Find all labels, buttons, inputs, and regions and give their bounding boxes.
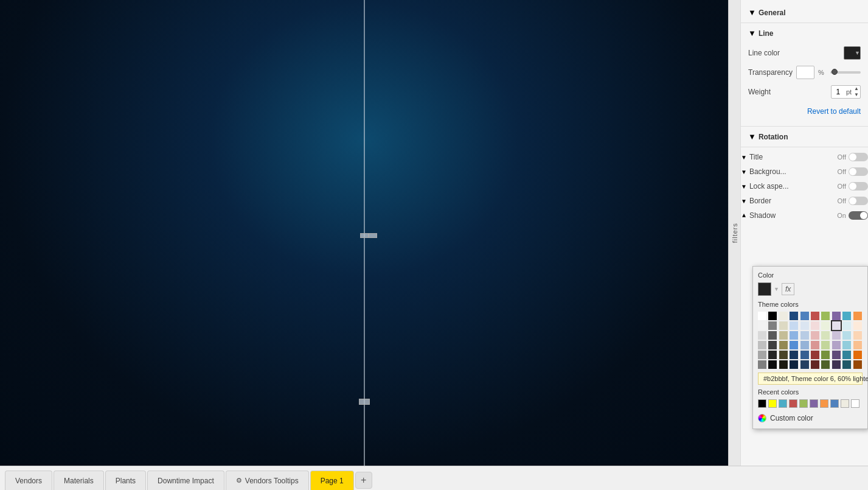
- section-line[interactable]: ▼ Line: [741, 26, 868, 41]
- title-toggle-switch[interactable]: Off: [838, 153, 868, 161]
- theme-color-cell-39[interactable]: [853, 341, 862, 349]
- theme-color-cell-17[interactable]: [832, 321, 841, 330]
- theme-color-cell-21[interactable]: [768, 331, 777, 340]
- theme-color-cell-27[interactable]: [832, 331, 841, 340]
- border-toggle-track[interactable]: [849, 197, 868, 205]
- theme-color-cell-53[interactable]: [790, 360, 798, 369]
- handle-bottom[interactable]: [359, 399, 370, 405]
- theme-color-cell-14[interactable]: [800, 321, 809, 330]
- theme-color-cell-48[interactable]: [842, 351, 851, 359]
- theme-color-cell-36[interactable]: [821, 341, 830, 349]
- theme-color-cell-19[interactable]: [853, 321, 862, 330]
- theme-color-cell-3[interactable]: [790, 312, 798, 320]
- theme-color-cell-1[interactable]: [768, 312, 777, 320]
- theme-color-cell-12[interactable]: [779, 321, 788, 330]
- theme-color-cell-55[interactable]: [811, 360, 819, 369]
- theme-color-cell-32[interactable]: [779, 341, 788, 349]
- lock-aspect-toggle-track[interactable]: [849, 182, 868, 191]
- tab-vendors-tooltips[interactable]: ⚙ Vendors Tooltips: [226, 471, 309, 490]
- theme-color-cell-58[interactable]: [842, 360, 851, 369]
- line-color-button[interactable]: ▼: [844, 46, 861, 60]
- theme-color-cell-0[interactable]: [758, 312, 766, 320]
- theme-color-cell-34[interactable]: [800, 341, 809, 349]
- color-picker-swatch-wrapper[interactable]: ▼: [758, 282, 779, 296]
- background-toggle-track[interactable]: [849, 167, 868, 176]
- theme-color-cell-31[interactable]: [768, 341, 777, 349]
- weight-input[interactable]: [832, 88, 845, 96]
- theme-color-cell-22[interactable]: [779, 331, 788, 340]
- fx-button[interactable]: fx: [782, 283, 794, 295]
- theme-color-cell-43[interactable]: [790, 351, 798, 359]
- theme-color-cell-45[interactable]: [811, 351, 819, 359]
- tab-page1[interactable]: Page 1: [310, 471, 354, 490]
- theme-color-cell-26[interactable]: [821, 331, 830, 340]
- background-toggle-switch[interactable]: Off: [838, 167, 868, 176]
- recent-color-cell-4[interactable]: [799, 399, 808, 408]
- lock-aspect-toggle-switch[interactable]: Off: [838, 182, 868, 191]
- theme-color-cell-54[interactable]: [800, 360, 809, 369]
- recent-color-cell-1[interactable]: [768, 399, 777, 408]
- shadow-toggle-track[interactable]: [849, 211, 868, 220]
- recent-color-cell-0[interactable]: [758, 399, 766, 408]
- section-rotation[interactable]: ▼ Rotation: [741, 129, 868, 144]
- transparency-slider[interactable]: [830, 71, 861, 74]
- handle-mid-right[interactable]: [369, 233, 377, 238]
- tab-add-button[interactable]: +: [355, 472, 372, 489]
- tab-plants[interactable]: Plants: [105, 471, 146, 490]
- theme-color-cell-30[interactable]: [758, 341, 766, 349]
- theme-color-cell-13[interactable]: [790, 321, 798, 330]
- recent-color-cell-7[interactable]: [830, 399, 839, 408]
- theme-color-cell-20[interactable]: [758, 331, 766, 340]
- revert-to-default-button[interactable]: Revert to default: [748, 105, 861, 118]
- recent-color-cell-8[interactable]: [841, 399, 849, 408]
- color-picker-swatch[interactable]: [758, 282, 771, 296]
- theme-color-cell-29[interactable]: [853, 331, 862, 340]
- canvas-area[interactable]: [0, 0, 728, 466]
- transparency-input[interactable]: 0: [796, 66, 814, 79]
- theme-color-cell-15[interactable]: [811, 321, 819, 330]
- tab-downtime-impact[interactable]: Downtime Impact: [147, 471, 224, 490]
- theme-color-cell-40[interactable]: [758, 351, 766, 359]
- handle-mid-left[interactable]: [360, 233, 369, 238]
- recent-color-cell-3[interactable]: [789, 399, 797, 408]
- theme-color-cell-47[interactable]: [832, 351, 841, 359]
- weight-increment-btn[interactable]: ▲: [853, 86, 860, 92]
- line-color-control[interactable]: ▼: [844, 46, 861, 60]
- border-toggle-switch[interactable]: Off: [838, 197, 868, 205]
- theme-color-cell-5[interactable]: [811, 312, 819, 320]
- border-toggle-label-group[interactable]: ▼ Border: [741, 197, 771, 205]
- section-general[interactable]: ▼ General: [741, 5, 868, 20]
- theme-color-cell-41[interactable]: [768, 351, 777, 359]
- tab-materials[interactable]: Materials: [54, 471, 104, 490]
- theme-color-cell-57[interactable]: [832, 360, 841, 369]
- weight-spinner[interactable]: pt ▲ ▼: [831, 85, 861, 99]
- canvas-line-element[interactable]: [340, 0, 389, 466]
- title-toggle-label-group[interactable]: ▼ Title: [741, 153, 763, 161]
- theme-color-cell-51[interactable]: [768, 360, 777, 369]
- theme-color-cell-49[interactable]: [853, 351, 862, 359]
- recent-color-cell-9[interactable]: [851, 399, 859, 408]
- theme-color-cell-52[interactable]: [779, 360, 788, 369]
- background-toggle-label-group[interactable]: ▼ Backgrou...: [741, 167, 786, 176]
- theme-color-cell-35[interactable]: [811, 341, 819, 349]
- tab-vendors[interactable]: Vendors: [5, 471, 52, 490]
- theme-color-cell-56[interactable]: [821, 360, 830, 369]
- lock-aspect-label-group[interactable]: ▼ Lock aspe...: [741, 182, 789, 191]
- theme-color-cell-46[interactable]: [821, 351, 830, 359]
- recent-color-cell-2[interactable]: [779, 399, 787, 408]
- theme-color-cell-11[interactable]: [768, 321, 777, 330]
- theme-color-cell-38[interactable]: [842, 341, 851, 349]
- theme-color-cell-16[interactable]: [821, 321, 830, 330]
- theme-color-cell-33[interactable]: [790, 341, 798, 349]
- theme-color-cell-59[interactable]: [853, 360, 862, 369]
- theme-color-cell-10[interactable]: [758, 321, 766, 330]
- recent-color-cell-5[interactable]: [810, 399, 818, 408]
- theme-color-cell-8[interactable]: [842, 312, 851, 320]
- theme-color-cell-50[interactable]: [758, 360, 766, 369]
- theme-color-cell-37[interactable]: [832, 341, 841, 349]
- theme-color-cell-18[interactable]: [842, 321, 851, 330]
- recent-color-cell-6[interactable]: [820, 399, 828, 408]
- shadow-toggle-label-group[interactable]: ▼ Shadow: [741, 211, 776, 220]
- theme-color-cell-7[interactable]: [832, 312, 841, 320]
- shadow-toggle-switch[interactable]: On: [837, 211, 868, 220]
